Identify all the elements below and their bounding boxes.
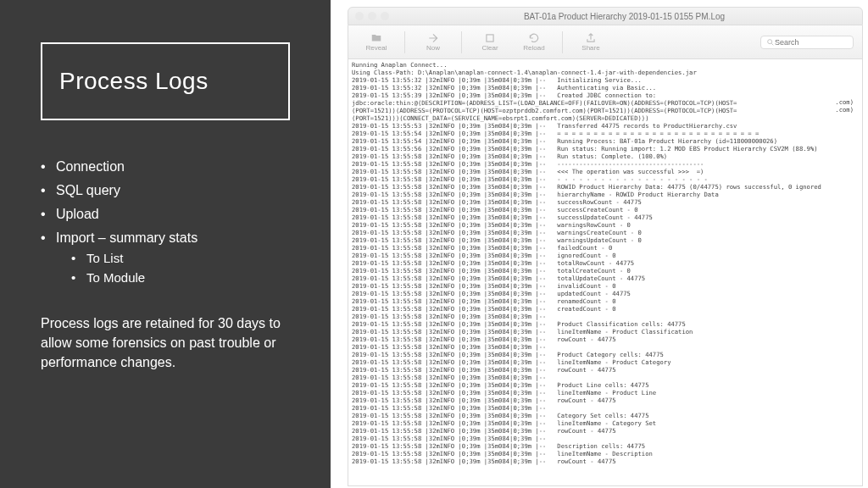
retention-note: Process logs are retained for 30 days to…: [41, 313, 290, 373]
folder-icon: [370, 32, 383, 44]
sub-bullet-list: To List To Module: [56, 251, 290, 285]
now-icon: [426, 32, 440, 44]
clear-icon: [483, 32, 497, 44]
traffic-light-icon[interactable]: [381, 12, 389, 20]
host-suffix: .com): [835, 106, 854, 114]
log-text: Running Anaplan Connect... Using Class-P…: [352, 61, 859, 465]
slide-sidebar: Process Logs Connection SQL query Upload…: [0, 0, 331, 488]
bullet-list: Connection SQL query Upload Import – sum…: [41, 159, 290, 285]
share-button[interactable]: Share: [571, 30, 610, 55]
sub-bullet-item: To List: [86, 251, 290, 265]
search-icon: [766, 38, 775, 47]
title-box: Process Logs: [41, 42, 290, 120]
bullet-item: SQL query: [56, 183, 290, 198]
log-window: BAT-01a Product Hierarchy 2019-01-15 015…: [348, 7, 863, 488]
traffic-light-icon[interactable]: [355, 12, 364, 20]
log-body[interactable]: .com) .com) Running Anaplan Connect... U…: [348, 59, 863, 486]
svg-rect-0: [487, 35, 493, 42]
sub-bullet-item: To Module: [86, 270, 290, 285]
reload-icon: [527, 32, 541, 44]
bullet-item: Connection: [56, 159, 290, 175]
search-input[interactable]: [775, 38, 843, 47]
toolbar: Reveal Now Clear Reload Share: [348, 25, 863, 59]
traffic-light-icon[interactable]: [368, 12, 376, 20]
reveal-button[interactable]: Reveal: [357, 30, 396, 55]
separator: [461, 31, 462, 53]
bullet-item: Import – summary stats To List To Module: [56, 230, 290, 285]
slide-title: Process Logs: [59, 68, 271, 95]
search-box[interactable]: [760, 36, 854, 49]
separator: [404, 31, 405, 53]
window-titlebar: BAT-01a Product Hierarchy 2019-01-15 015…: [348, 7, 863, 25]
clear-button[interactable]: Clear: [470, 30, 509, 55]
bullet-item: Upload: [56, 207, 290, 222]
svg-point-1: [768, 39, 772, 43]
window-title: BAT-01a Product Hierarchy 2019-01-15 015…: [393, 12, 855, 21]
share-icon: [584, 32, 598, 44]
host-suffix: .com): [835, 98, 854, 106]
now-button[interactable]: Now: [414, 30, 453, 55]
log-viewer-panel: BAT-01a Product Hierarchy 2019-01-15 015…: [331, 0, 868, 488]
reload-button[interactable]: Reload: [515, 30, 554, 55]
separator: [562, 31, 563, 53]
